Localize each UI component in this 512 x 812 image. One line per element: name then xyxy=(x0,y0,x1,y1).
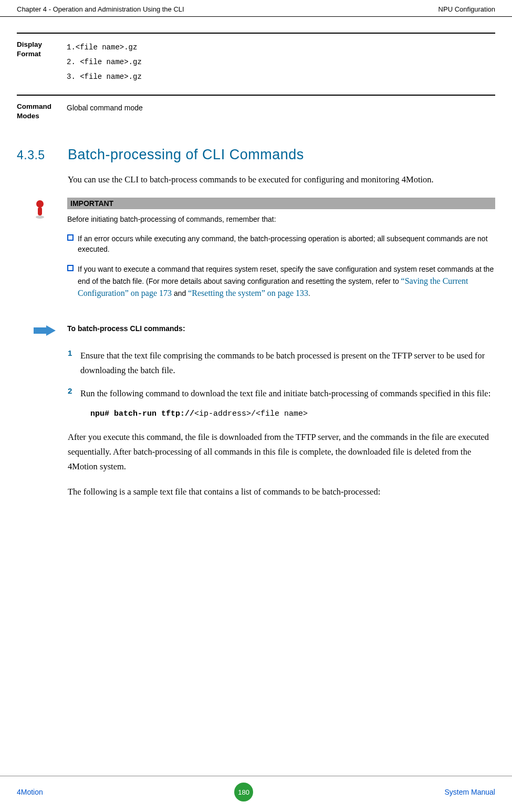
step-1-number: 1 xyxy=(68,348,80,378)
bullet-2-end: . xyxy=(308,289,310,297)
step-2-text: Run the following command to download th… xyxy=(80,386,495,401)
important-icon xyxy=(34,198,67,309)
link-resetting-system[interactable]: “Resetting the system” on page 133 xyxy=(188,289,308,297)
display-format-line-3: 3. <file name>.gz xyxy=(67,69,495,84)
command-modes-value: Global command mode xyxy=(67,102,495,120)
display-format-line-1: 1.<file name>.gz xyxy=(67,40,495,55)
command-line: npu# batch-run tftp://<ip-address>/<file… xyxy=(90,409,495,418)
header-right: NPU Configuration xyxy=(438,5,495,13)
footer-left: 4Motion xyxy=(17,788,43,796)
important-callout: IMPORTANT Before initiating batch-proces… xyxy=(34,198,495,309)
section-number: 4.3.5 xyxy=(17,148,68,162)
page-number-badge: 180 xyxy=(234,783,253,801)
section-title: Batch-processing of CLI Commands xyxy=(68,147,304,163)
page-number: 180 xyxy=(238,788,249,796)
section-heading-row: 4.3.5 Batch-processing of CLI Commands xyxy=(17,147,495,163)
page-header: Chapter 4 - Operation and Administration… xyxy=(0,0,512,17)
bullet-2-text: If you want to execute a command that re… xyxy=(78,264,495,299)
sample-intro-paragraph: The following is a sample text file that… xyxy=(68,485,495,499)
bullet-1-text: If an error occurs while executing any c… xyxy=(78,233,495,255)
footer-right: System Manual xyxy=(445,788,495,796)
step-2-number: 2 xyxy=(68,386,80,401)
step-1-text: Ensure that the text file comprising the… xyxy=(80,348,495,378)
page-content: Display Format 1.<file name>.gz 2. <file… xyxy=(0,33,512,499)
important-content: IMPORTANT Before initiating batch-proces… xyxy=(67,198,495,309)
header-left: Chapter 4 - Operation and Administration… xyxy=(17,5,184,13)
intro-paragraph: You can use the CLI to batch-process com… xyxy=(68,172,495,187)
procedure-heading: To batch-process CLI commands: xyxy=(67,324,185,338)
command-modes-row: Command Modes Global command mode xyxy=(17,95,495,131)
bullet-icon xyxy=(67,234,74,241)
svg-rect-1 xyxy=(38,207,42,215)
important-bullet-1: If an error occurs while executing any c… xyxy=(67,233,495,255)
command-args: <ip-address>/<file name> xyxy=(194,409,308,418)
result-paragraph: After you execute this command, the file… xyxy=(68,430,495,474)
bullet-icon xyxy=(67,265,74,271)
important-bullet-2: If you want to execute a command that re… xyxy=(67,264,495,299)
display-format-value: 1.<file name>.gz 2. <file name>.gz 3. <f… xyxy=(67,40,495,84)
svg-point-0 xyxy=(36,200,44,208)
command-modes-label: Command Modes xyxy=(17,102,67,120)
command-bold: npu# batch-run tftp:// xyxy=(90,409,194,418)
important-heading: IMPORTANT xyxy=(67,198,495,209)
svg-marker-3 xyxy=(34,325,56,336)
bullet-2-mid: and xyxy=(172,289,188,297)
important-preface: Before initiating batch-processing of co… xyxy=(67,214,495,225)
display-format-label: Display Format xyxy=(17,40,67,84)
step-1: 1 Ensure that the text file comprising t… xyxy=(68,348,495,378)
page-footer: 4Motion 180 System Manual xyxy=(0,776,512,812)
procedure-heading-row: To batch-process CLI commands: xyxy=(34,324,495,338)
display-format-row: Display Format 1.<file name>.gz 2. <file… xyxy=(17,33,495,95)
display-format-line-2: 2. <file name>.gz xyxy=(67,55,495,69)
svg-point-2 xyxy=(36,215,44,219)
step-2: 2 Run the following command to download … xyxy=(68,386,495,401)
arrow-icon xyxy=(34,324,67,338)
